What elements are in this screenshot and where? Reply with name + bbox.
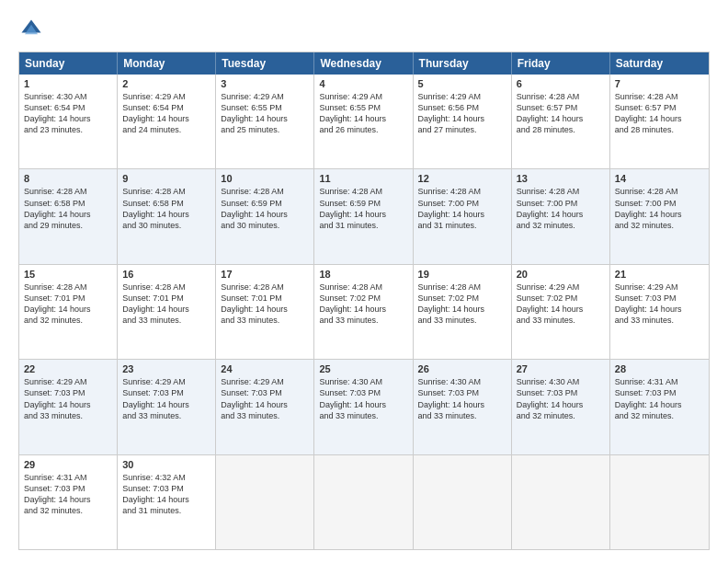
calendar-header-cell: Thursday: [414, 52, 512, 75]
day-number: 13: [517, 173, 605, 184]
day-number: 6: [517, 78, 605, 89]
calendar-cell: 25Sunrise: 4:30 AM Sunset: 7:03 PM Dayli…: [314, 360, 413, 454]
calendar-cell: 16Sunrise: 4:28 AM Sunset: 7:01 PM Dayli…: [118, 265, 216, 359]
calendar-row: 29Sunrise: 4:31 AM Sunset: 7:03 PM Dayli…: [19, 455, 709, 549]
day-number: 15: [24, 269, 112, 280]
day-number: 2: [122, 78, 210, 89]
calendar-cell: 19Sunrise: 4:28 AM Sunset: 7:02 PM Dayli…: [414, 265, 512, 359]
day-number: 3: [221, 78, 309, 89]
day-number: 11: [319, 173, 407, 184]
calendar-cell: [512, 455, 610, 549]
calendar-row: 15Sunrise: 4:28 AM Sunset: 7:01 PM Dayli…: [19, 265, 709, 360]
day-number: 21: [615, 269, 704, 280]
calendar-cell: 12Sunrise: 4:28 AM Sunset: 7:00 PM Dayli…: [414, 169, 512, 263]
calendar-row: 22Sunrise: 4:29 AM Sunset: 7:03 PM Dayli…: [19, 360, 709, 454]
calendar-cell: 22Sunrise: 4:29 AM Sunset: 7:03 PM Dayli…: [19, 360, 118, 454]
cell-info: Sunrise: 4:28 AM Sunset: 6:58 PM Dayligh…: [24, 186, 112, 231]
calendar-cell: 26Sunrise: 4:30 AM Sunset: 7:03 PM Dayli…: [414, 360, 512, 454]
cell-info: Sunrise: 4:28 AM Sunset: 6:57 PM Dayligh…: [615, 91, 704, 136]
cell-info: Sunrise: 4:29 AM Sunset: 7:03 PM Dayligh…: [615, 282, 704, 327]
day-number: 24: [221, 363, 309, 374]
day-number: 19: [418, 269, 506, 280]
calendar-cell: 10Sunrise: 4:28 AM Sunset: 6:59 PM Dayli…: [216, 169, 314, 263]
calendar-cell: 15Sunrise: 4:28 AM Sunset: 7:01 PM Dayli…: [19, 265, 118, 359]
day-number: 14: [615, 173, 704, 184]
day-number: 22: [24, 363, 112, 374]
day-number: 29: [24, 459, 112, 470]
cell-info: Sunrise: 4:29 AM Sunset: 7:03 PM Dayligh…: [221, 376, 309, 421]
day-number: 18: [319, 269, 407, 280]
calendar-header-cell: Tuesday: [216, 52, 314, 75]
cell-info: Sunrise: 4:29 AM Sunset: 6:56 PM Dayligh…: [418, 91, 506, 136]
logo-icon: [18, 17, 44, 42]
cell-info: Sunrise: 4:28 AM Sunset: 7:01 PM Dayligh…: [24, 282, 112, 327]
day-number: 7: [615, 78, 704, 89]
calendar-cell: 4Sunrise: 4:29 AM Sunset: 6:55 PM Daylig…: [314, 75, 413, 168]
cell-info: Sunrise: 4:28 AM Sunset: 7:01 PM Dayligh…: [122, 282, 210, 327]
day-number: 28: [615, 363, 704, 374]
cell-info: Sunrise: 4:32 AM Sunset: 7:03 PM Dayligh…: [122, 472, 210, 517]
calendar-cell: 27Sunrise: 4:30 AM Sunset: 7:03 PM Dayli…: [512, 360, 610, 454]
calendar-cell: 9Sunrise: 4:28 AM Sunset: 6:58 PM Daylig…: [118, 169, 216, 263]
calendar-cell: 21Sunrise: 4:29 AM Sunset: 7:03 PM Dayli…: [610, 265, 709, 359]
cell-info: Sunrise: 4:28 AM Sunset: 6:59 PM Dayligh…: [221, 186, 309, 231]
cell-info: Sunrise: 4:28 AM Sunset: 7:02 PM Dayligh…: [319, 282, 407, 327]
calendar-cell: 24Sunrise: 4:29 AM Sunset: 7:03 PM Dayli…: [216, 360, 314, 454]
day-number: 1: [24, 78, 112, 89]
cell-info: Sunrise: 4:30 AM Sunset: 7:03 PM Dayligh…: [319, 376, 407, 421]
cell-info: Sunrise: 4:29 AM Sunset: 7:03 PM Dayligh…: [122, 376, 210, 421]
calendar-cell: 29Sunrise: 4:31 AM Sunset: 7:03 PM Dayli…: [19, 455, 118, 549]
calendar-cell: 17Sunrise: 4:28 AM Sunset: 7:01 PM Dayli…: [216, 265, 314, 359]
calendar-cell: [216, 455, 314, 549]
cell-info: Sunrise: 4:30 AM Sunset: 6:54 PM Dayligh…: [24, 91, 112, 136]
day-number: 17: [221, 269, 309, 280]
cell-info: Sunrise: 4:28 AM Sunset: 7:00 PM Dayligh…: [517, 186, 605, 231]
calendar-header: SundayMondayTuesdayWednesdayThursdayFrid…: [19, 52, 709, 75]
calendar-cell: 1Sunrise: 4:30 AM Sunset: 6:54 PM Daylig…: [19, 75, 118, 168]
cell-info: Sunrise: 4:28 AM Sunset: 7:02 PM Dayligh…: [418, 282, 506, 327]
calendar-cell: 6Sunrise: 4:28 AM Sunset: 6:57 PM Daylig…: [512, 75, 610, 168]
calendar-cell: 30Sunrise: 4:32 AM Sunset: 7:03 PM Dayli…: [118, 455, 216, 549]
cell-info: Sunrise: 4:28 AM Sunset: 6:57 PM Dayligh…: [517, 91, 605, 136]
calendar-cell: 28Sunrise: 4:31 AM Sunset: 7:03 PM Dayli…: [610, 360, 709, 454]
day-number: 27: [517, 363, 605, 374]
cell-info: Sunrise: 4:29 AM Sunset: 7:03 PM Dayligh…: [24, 376, 112, 421]
calendar-cell: [610, 455, 709, 549]
day-number: 12: [418, 173, 506, 184]
cell-info: Sunrise: 4:29 AM Sunset: 7:02 PM Dayligh…: [517, 282, 605, 327]
calendar-header-cell: Wednesday: [314, 52, 413, 75]
day-number: 8: [24, 173, 112, 184]
day-number: 16: [122, 269, 210, 280]
calendar-cell: [314, 455, 413, 549]
calendar-cell: 23Sunrise: 4:29 AM Sunset: 7:03 PM Dayli…: [118, 360, 216, 454]
calendar-cell: 11Sunrise: 4:28 AM Sunset: 6:59 PM Dayli…: [314, 169, 413, 263]
cell-info: Sunrise: 4:29 AM Sunset: 6:55 PM Dayligh…: [319, 91, 407, 136]
cell-info: Sunrise: 4:29 AM Sunset: 6:54 PM Dayligh…: [122, 91, 210, 136]
day-number: 10: [221, 173, 309, 184]
calendar-header-cell: Friday: [512, 52, 610, 75]
calendar-cell: 13Sunrise: 4:28 AM Sunset: 7:00 PM Dayli…: [512, 169, 610, 263]
calendar-cell: 20Sunrise: 4:29 AM Sunset: 7:02 PM Dayli…: [512, 265, 610, 359]
day-number: 26: [418, 363, 506, 374]
cell-info: Sunrise: 4:30 AM Sunset: 7:03 PM Dayligh…: [418, 376, 506, 421]
calendar-cell: 3Sunrise: 4:29 AM Sunset: 6:55 PM Daylig…: [216, 75, 314, 168]
calendar-body: 1Sunrise: 4:30 AM Sunset: 6:54 PM Daylig…: [19, 75, 709, 549]
calendar-cell: 18Sunrise: 4:28 AM Sunset: 7:02 PM Dayli…: [314, 265, 413, 359]
calendar-header-cell: Saturday: [610, 52, 709, 75]
calendar: SundayMondayTuesdayWednesdayThursdayFrid…: [18, 52, 710, 550]
cell-info: Sunrise: 4:28 AM Sunset: 6:59 PM Dayligh…: [319, 186, 407, 231]
calendar-cell: 8Sunrise: 4:28 AM Sunset: 6:58 PM Daylig…: [19, 169, 118, 263]
day-number: 4: [319, 78, 407, 89]
calendar-header-cell: Monday: [118, 52, 216, 75]
calendar-row: 8Sunrise: 4:28 AM Sunset: 6:58 PM Daylig…: [19, 169, 709, 264]
logo: [18, 17, 48, 42]
cell-info: Sunrise: 4:28 AM Sunset: 7:01 PM Dayligh…: [221, 282, 309, 327]
day-number: 30: [122, 459, 210, 470]
cell-info: Sunrise: 4:29 AM Sunset: 6:55 PM Dayligh…: [221, 91, 309, 136]
calendar-cell: 2Sunrise: 4:29 AM Sunset: 6:54 PM Daylig…: [118, 75, 216, 168]
cell-info: Sunrise: 4:28 AM Sunset: 7:00 PM Dayligh…: [615, 186, 704, 231]
cell-info: Sunrise: 4:30 AM Sunset: 7:03 PM Dayligh…: [517, 376, 605, 421]
cell-info: Sunrise: 4:31 AM Sunset: 7:03 PM Dayligh…: [24, 472, 112, 517]
cell-info: Sunrise: 4:28 AM Sunset: 7:00 PM Dayligh…: [418, 186, 506, 231]
calendar-cell: [414, 455, 512, 549]
